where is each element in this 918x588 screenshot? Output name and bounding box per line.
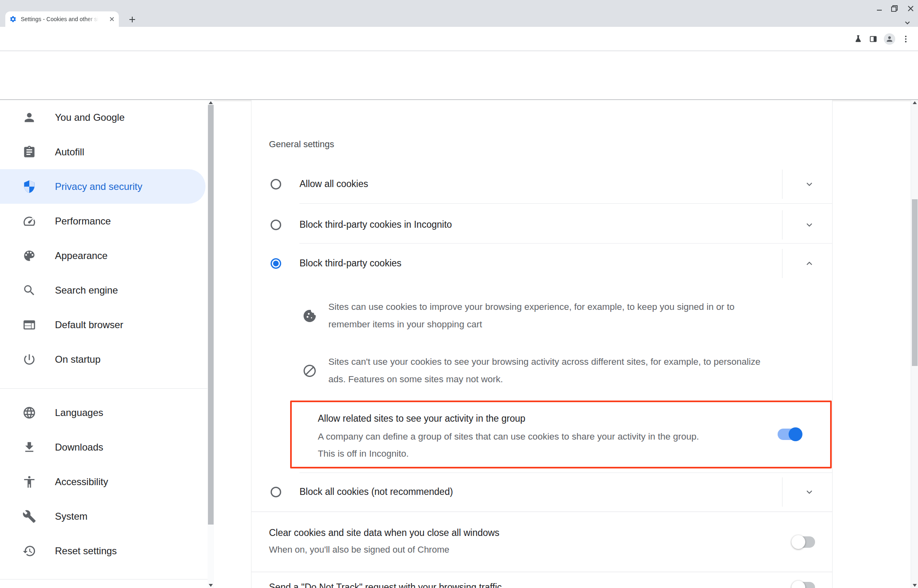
row-separator <box>782 210 782 240</box>
do-not-track-title: Send a "Do Not Track" request with your … <box>269 582 502 588</box>
close-icon <box>907 5 914 12</box>
tab-close-button[interactable] <box>109 16 115 22</box>
toggle-knob[interactable] <box>791 535 805 549</box>
related-sites-toggle[interactable] <box>778 429 800 440</box>
radio-label: Allow all cookies <box>299 179 368 189</box>
restore-icon <box>891 5 898 12</box>
settings-nav: You and Google Autofill Privacy and secu… <box>0 100 208 588</box>
related-sites-description: A company can define a group of sites th… <box>318 428 713 462</box>
sidebar-item-appearance[interactable]: Appearance <box>0 238 205 273</box>
do-not-track-toggle[interactable] <box>792 582 815 588</box>
sidebar-item-search-engine[interactable]: Search engine <box>0 273 205 307</box>
radio-label: Block all cookies (not recommended) <box>299 486 453 497</box>
clear-cookies-title: Clear cookies and site data when you clo… <box>269 527 499 538</box>
new-tab-button[interactable] <box>126 13 138 26</box>
row-separator <box>782 249 782 278</box>
sidebar-item-label: Default browser <box>55 319 123 331</box>
sidebar-item-label: Performance <box>55 216 111 227</box>
tab-strip: Settings - Cookies and other si <box>0 0 918 27</box>
browser-tab[interactable]: Settings - Cookies and other si <box>5 11 119 27</box>
browser-window-icon <box>22 318 36 332</box>
sidebar-item-performance[interactable]: Performance <box>0 204 205 238</box>
scroll-up-arrow-icon[interactable] <box>209 101 213 104</box>
profile-avatar[interactable] <box>884 33 895 45</box>
blocked-icon <box>302 364 317 378</box>
minimize-icon <box>876 5 883 12</box>
sidebar-item-accessibility[interactable]: Accessibility <box>0 464 205 499</box>
sidebar-item-system[interactable]: System <box>0 499 205 534</box>
scroll-down-arrow-icon[interactable] <box>913 584 917 587</box>
sidebar-item-languages[interactable]: Languages <box>0 395 205 430</box>
toggle-knob[interactable] <box>789 427 802 441</box>
chevron-down-icon[interactable] <box>804 179 815 189</box>
sidebar-item-label: Autofill <box>55 146 84 158</box>
row-divider <box>299 473 832 473</box>
section-heading: General settings <box>269 139 334 150</box>
chevron-up-icon[interactable] <box>804 258 815 269</box>
toggle-knob[interactable] <box>791 581 805 588</box>
speedometer-icon <box>22 214 36 228</box>
cookie-icon <box>302 309 317 323</box>
related-sites-title: Allow related sites to see your activity… <box>318 413 525 424</box>
sidebar-item-default-browser[interactable]: Default browser <box>0 307 205 342</box>
tab-list-chevron-button[interactable] <box>904 20 911 26</box>
plus-icon <box>128 15 136 24</box>
radio-allow-all-cookies[interactable] <box>271 179 281 189</box>
globe-icon <box>22 406 36 420</box>
window-close-button[interactable] <box>905 3 916 14</box>
scroll-down-arrow-icon[interactable] <box>209 584 213 587</box>
sidebar-item-reset-settings[interactable]: Reset settings <box>0 534 205 568</box>
settings-gear-icon <box>9 15 17 23</box>
sidebar-scrollbar-thumb[interactable] <box>208 105 214 525</box>
chrome-window: Settings - Cookies and other si Chrome c <box>0 0 918 588</box>
sidebar-item-label: Languages <box>55 407 103 418</box>
palette-icon <box>22 249 36 263</box>
sidebar-item-downloads[interactable]: Downloads <box>0 430 205 464</box>
sidebar-scrollbar[interactable] <box>208 100 214 588</box>
restore-icon <box>22 544 36 558</box>
clear-cookies-description: When on, you'll also be signed out of Ch… <box>269 544 449 555</box>
sidebar-item-label: System <box>55 511 87 522</box>
section-divider <box>251 572 832 572</box>
sidebar-item-label: Reset settings <box>55 545 117 557</box>
radio-label: Block third-party cookies <box>299 258 402 269</box>
sidebar-item-label: Search engine <box>55 285 118 296</box>
scroll-up-arrow-icon[interactable] <box>913 101 917 104</box>
person-icon <box>22 111 36 124</box>
close-icon <box>109 16 115 22</box>
sidebar-divider <box>0 579 208 579</box>
sidebar-item-label: Privacy and security <box>55 181 142 192</box>
person-icon <box>885 35 894 43</box>
settings-header: D Settings <box>0 52 918 99</box>
power-icon <box>22 353 36 366</box>
sidebar-item-label: Downloads <box>55 442 103 453</box>
window-minimize-button[interactable] <box>874 3 885 14</box>
shield-icon <box>22 180 36 194</box>
labs-flask-icon[interactable] <box>854 35 863 44</box>
sidebar-item-autofill[interactable]: Autofill <box>0 135 205 169</box>
page-scrollbar[interactable] <box>911 100 918 588</box>
download-icon <box>22 440 36 454</box>
chevron-down-icon <box>904 20 911 26</box>
chevron-down-icon[interactable] <box>804 220 815 230</box>
search-icon <box>22 283 36 297</box>
tab-title: Settings - Cookies and other si <box>21 16 98 22</box>
menu-three-dots-icon[interactable] <box>901 35 910 44</box>
radio-block-third-party-incognito[interactable] <box>271 220 281 230</box>
chevron-down-icon[interactable] <box>804 487 815 497</box>
detail-text-blocked: Sites can't use your cookies to see your… <box>328 353 776 388</box>
sidebar-item-on-startup[interactable]: On startup <box>0 342 205 377</box>
radio-block-third-party[interactable] <box>271 258 281 269</box>
page-scrollbar-thumb[interactable] <box>912 199 918 366</box>
highlight-annotation-box: Allow related sites to see your activity… <box>290 401 832 468</box>
sidebar-item-you-and-google[interactable]: You and Google <box>0 100 205 135</box>
sidebar-item-privacy-and-security[interactable]: Privacy and security <box>0 169 205 204</box>
clear-cookies-toggle[interactable] <box>792 536 815 548</box>
row-separator <box>782 170 782 199</box>
radio-block-all-cookies[interactable] <box>271 487 281 497</box>
cookies-settings-card: General settings Allow all cookies Block… <box>251 100 833 588</box>
sidebar-item-label: On startup <box>55 354 101 365</box>
row-divider <box>299 243 832 244</box>
window-restore-button[interactable] <box>889 3 900 14</box>
side-panel-icon[interactable] <box>869 35 878 44</box>
